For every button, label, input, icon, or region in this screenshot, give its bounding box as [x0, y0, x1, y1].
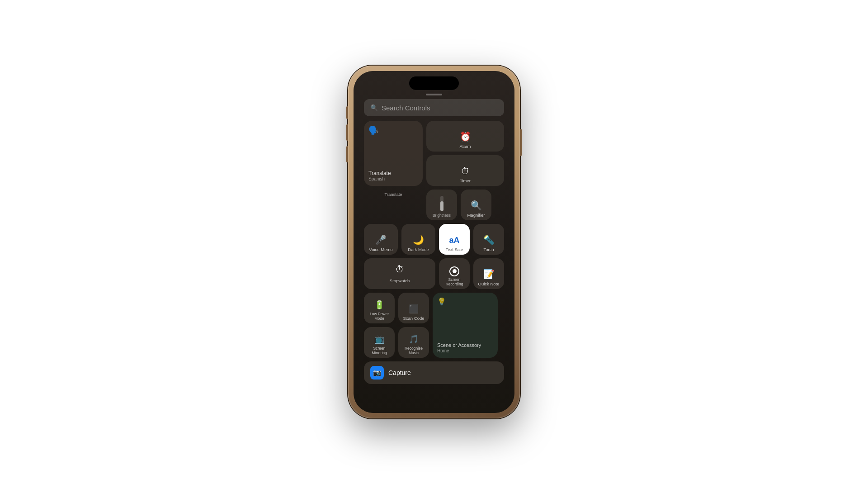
translate-footer-label: Translate [384, 192, 402, 197]
alarm-icon: ⏰ [460, 131, 471, 142]
capture-bar[interactable]: 📷 Capture [364, 361, 504, 384]
recognise-music-label: RecogniseMusic [405, 346, 423, 355]
dark-mode-label: Dark Mode [408, 247, 429, 252]
stopwatch-label: Stopwatch [390, 278, 410, 283]
controls-row-3: ⏱ Stopwatch ScreenRecording 📝 Quick Note [364, 258, 504, 289]
dynamic-island [409, 76, 459, 90]
magnifier-label: Magnifier [467, 213, 485, 218]
search-icon: 🔍 [370, 104, 378, 111]
quick-note-control[interactable]: 📝 Quick Note [473, 258, 504, 289]
phone-frame: 🔍 Search Controls 🗣️ Translate Spanish [348, 66, 520, 418]
brightness-label: Brightness [433, 213, 451, 218]
text-size-control[interactable]: aA Text Size [439, 224, 470, 255]
silent-button[interactable] [346, 106, 348, 119]
screen-recording-icon [449, 266, 459, 276]
timer-icon: ⏱ [461, 166, 470, 176]
alarm-control[interactable]: ⏰ Alarm [426, 121, 504, 152]
timer-control[interactable]: ⏱ Timer [426, 155, 504, 186]
scan-code-icon: ⬛ [409, 304, 419, 314]
controls-row-translate-footer: Translate Brightness 🔍 [364, 190, 504, 220]
magnifier-control[interactable]: 🔍 Magnifier [461, 190, 491, 220]
scene-title: Scene or Accessory [437, 342, 481, 348]
alarm-label: Alarm [460, 144, 471, 149]
controls-grid: 🗣️ Translate Spanish ⏰ Alarm [364, 121, 504, 358]
dark-mode-icon: 🌙 [413, 234, 424, 245]
brightness-fill [440, 201, 443, 211]
translate-tile[interactable]: 🗣️ Translate Spanish [364, 121, 423, 186]
torch-icon: 🔦 [483, 234, 495, 245]
text-size-icon: aA [449, 236, 459, 245]
screen-content: 🔍 Search Controls 🗣️ Translate Spanish [354, 71, 514, 413]
low-power-label: Low PowerMode [370, 312, 389, 321]
search-placeholder: Search Controls [382, 104, 430, 112]
scan-code-control[interactable]: ⬛ Scan Code [398, 293, 429, 323]
capture-label: Capture [388, 369, 411, 376]
volume-down-button[interactable] [346, 146, 348, 162]
screen-recording-label: ScreenRecording [446, 277, 463, 286]
volume-up-button[interactable] [346, 124, 348, 141]
translate-icon: 🗣️ [368, 125, 378, 135]
quick-note-icon: 📝 [483, 269, 495, 280]
low-power-icon: 🔋 [374, 300, 384, 310]
controls-row-4: 🔋 Low PowerMode 📺 ScreenMirroring ⬛ Scan… [364, 293, 504, 358]
rec-dot [453, 269, 457, 273]
screen-mirroring-icon: 📺 [374, 334, 384, 344]
drag-indicator [426, 94, 442, 95]
voice-memo-control[interactable]: 🎤 Voice Memo [364, 224, 398, 255]
torch-control[interactable]: 🔦 Torch [473, 224, 504, 255]
dark-mode-control[interactable]: 🌙 Dark Mode [401, 224, 435, 255]
phone-screen: 🔍 Search Controls 🗣️ Translate Spanish [354, 71, 514, 413]
voice-memo-label: Voice Memo [369, 247, 392, 252]
brightness-control[interactable]: Brightness [426, 190, 457, 220]
stopwatch-control[interactable]: ⏱ Stopwatch [364, 258, 435, 289]
translate-subtitle: Spanish [368, 176, 391, 181]
scene-accessory-tile[interactable]: 💡 Scene or Accessory Home [433, 293, 498, 358]
recognise-music-control[interactable]: 🎵 RecogniseMusic [398, 327, 429, 358]
timer-label: Timer [460, 178, 471, 183]
translate-title: Translate [368, 170, 391, 176]
recognise-music-icon: 🎵 [409, 334, 419, 344]
scene-subtitle: Home [437, 348, 481, 353]
screen-recording-control[interactable]: ScreenRecording [439, 258, 470, 289]
scene-icon: 💡 [437, 297, 446, 306]
voice-memo-icon: 🎤 [375, 234, 387, 245]
controls-row-1: 🗣️ Translate Spanish ⏰ Alarm [364, 121, 504, 186]
scan-code-label: Scan Code [403, 316, 424, 321]
stopwatch-icon: ⏱ [395, 264, 404, 275]
low-power-control[interactable]: 🔋 Low PowerMode [364, 293, 395, 323]
torch-label: Torch [483, 247, 494, 252]
power-button[interactable] [520, 129, 522, 156]
controls-row-2: 🎤 Voice Memo 🌙 Dark Mode aA Text Size [364, 224, 504, 255]
magnifier-icon: 🔍 [471, 200, 482, 211]
search-bar[interactable]: 🔍 Search Controls [364, 99, 504, 116]
text-size-label: Text Size [446, 247, 463, 252]
screen-mirroring-control[interactable]: 📺 ScreenMirroring [364, 327, 395, 358]
capture-app-icon: 📷 [370, 366, 384, 380]
screen-mirroring-label: ScreenMirroring [372, 346, 387, 355]
quick-note-label: Quick Note [478, 281, 500, 286]
brightness-slider[interactable] [440, 196, 443, 211]
